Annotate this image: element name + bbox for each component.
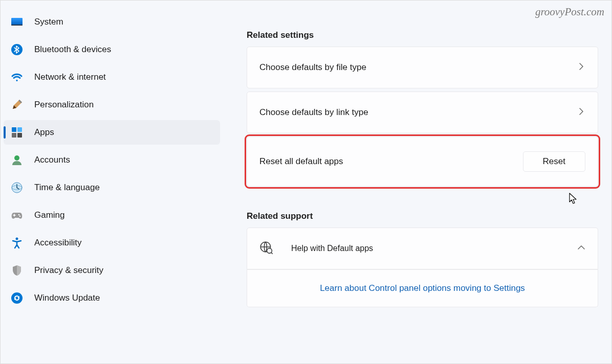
sidebar-nav: System Bluetooth & devices Network & int…: [1, 1, 223, 363]
sidebar-item-label: Apps: [34, 127, 54, 138]
row-title: Choose defaults by link type: [259, 107, 368, 118]
network-icon: [11, 71, 23, 83]
row-title: Reset all default apps: [259, 156, 343, 167]
sidebar-item-system[interactable]: System: [4, 10, 220, 34]
svg-rect-4: [12, 127, 16, 132]
sidebar-item-label: System: [34, 17, 63, 27]
reset-button[interactable]: Reset: [523, 151, 585, 172]
chevron-right-icon: [577, 62, 585, 73]
svg-point-13: [16, 238, 18, 240]
sidebar-item-apps[interactable]: Apps: [4, 120, 220, 145]
svg-line-17: [271, 253, 273, 254]
settings-window: System Bluetooth & devices Network & int…: [1, 1, 611, 363]
globe-help-icon: [259, 241, 273, 256]
bluetooth-icon: [11, 43, 23, 56]
sidebar-item-label: Accounts: [34, 155, 70, 165]
learn-control-panel-link[interactable]: Learn about Control panel options moving…: [320, 283, 525, 293]
svg-rect-2: [11, 25, 23, 26]
sidebar-item-personalization[interactable]: Personalization: [4, 93, 220, 117]
row-title: Choose defaults by file type: [259, 62, 366, 73]
accounts-icon: [11, 154, 23, 166]
sidebar-item-bluetooth[interactable]: Bluetooth & devices: [4, 37, 220, 62]
main-content: Related settings Choose defaults by file…: [223, 1, 611, 363]
svg-point-8: [14, 155, 19, 161]
sidebar-item-label: Windows Update: [34, 293, 100, 303]
related-settings-header: Related settings: [247, 30, 598, 40]
choose-defaults-file-type-row[interactable]: Choose defaults by file type: [247, 47, 598, 88]
row-title: Help with Default apps: [291, 244, 373, 253]
chevron-right-icon: [577, 107, 585, 118]
sidebar-item-label: Accessibility: [34, 238, 82, 248]
personalization-icon: [11, 99, 23, 111]
svg-rect-6: [12, 133, 16, 138]
sidebar-item-time-language[interactable]: Time & language: [4, 175, 220, 200]
sidebar-item-windows-update[interactable]: Windows Update: [4, 286, 220, 310]
svg-rect-5: [17, 127, 22, 132]
svg-rect-1: [11, 18, 23, 26]
time-language-icon: [11, 181, 23, 194]
sidebar-item-accounts[interactable]: Accounts: [4, 148, 220, 172]
system-icon: [11, 16, 23, 28]
privacy-security-icon: [11, 264, 23, 277]
sidebar-item-label: Bluetooth & devices: [34, 44, 111, 55]
svg-point-12: [19, 216, 21, 217]
sidebar-item-label: Personalization: [34, 100, 94, 110]
svg-rect-7: [17, 133, 22, 138]
accessibility-icon: [11, 237, 23, 249]
sidebar-item-label: Gaming: [34, 210, 65, 220]
gaming-icon: [11, 209, 23, 221]
related-support-header: Related support: [247, 211, 598, 221]
sidebar-item-label: Time & language: [34, 183, 100, 193]
watermark-text: groovyPost.com: [535, 6, 604, 18]
svg-point-11: [18, 214, 20, 216]
choose-defaults-link-type-row[interactable]: Choose defaults by link type: [247, 92, 598, 133]
chevron-up-icon: [577, 243, 585, 254]
apps-icon: [11, 126, 23, 139]
sidebar-item-label: Privacy & security: [34, 265, 103, 276]
sidebar-item-network[interactable]: Network & internet: [4, 65, 220, 89]
learn-link-row: Learn about Control panel options moving…: [247, 269, 598, 307]
help-default-apps-row[interactable]: Help with Default apps: [247, 228, 598, 269]
sidebar-item-accessibility[interactable]: Accessibility: [4, 231, 220, 255]
sidebar-item-gaming[interactable]: Gaming: [4, 203, 220, 228]
reset-defaults-row: Reset all default apps Reset: [247, 136, 598, 187]
sidebar-item-privacy-security[interactable]: Privacy & security: [4, 258, 220, 283]
svg-point-14: [11, 292, 23, 304]
windows-update-icon: [11, 292, 23, 304]
sidebar-item-label: Network & internet: [34, 72, 106, 82]
